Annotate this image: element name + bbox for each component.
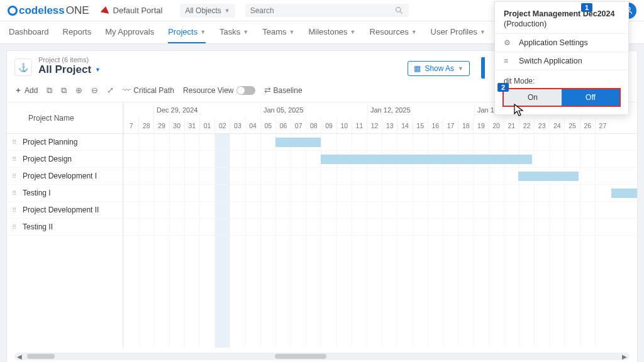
all-objects-dropdown[interactable]: All Objects ▼ — [180, 4, 235, 18]
resource-view-toggle[interactable]: Resource View — [183, 86, 255, 95]
project-row[interactable]: ⠿Testing II — [7, 219, 123, 236]
gantt-bar[interactable] — [611, 189, 637, 198]
list-icon: ≡ — [504, 57, 513, 65]
zoom-out-icon[interactable]: ⊖ — [91, 85, 98, 95]
horizontal-scrollbar[interactable]: ◀ ▶ — [14, 353, 630, 360]
day-cell: 28 — [138, 118, 153, 133]
day-cell: 09 — [321, 118, 336, 133]
tab-dashboard[interactable]: Dashboard — [9, 21, 49, 43]
day-cell: 25 — [564, 118, 579, 133]
all-objects-label: All Objects — [185, 6, 221, 15]
drag-handle-icon[interactable]: ⠿ — [12, 224, 15, 231]
tab-teams[interactable]: Teams▼ — [262, 21, 294, 43]
project-row[interactable]: ⠿Testing I — [7, 185, 123, 202]
tab-tasks[interactable]: Tasks▼ — [219, 21, 248, 43]
annotation-badge-2: 2 — [497, 83, 509, 92]
logo-text-a: codeless — [19, 4, 65, 17]
gantt-body: ⠿Project Planning⠿Project Design⠿Project… — [7, 134, 637, 348]
name-column-header: Project Name — [7, 102, 123, 133]
menu-app-settings[interactable]: ⚙ Application Settings — [495, 33, 628, 52]
gantt-row — [123, 168, 637, 185]
portal-switcher[interactable]: Default Portal — [101, 6, 163, 15]
scroll-thumb[interactable] — [27, 354, 55, 359]
day-cell: 15 — [413, 118, 428, 133]
layout-icon: ▦ — [414, 64, 421, 73]
tab-milestones[interactable]: Milestones▼ — [308, 21, 355, 43]
gantt-row — [123, 151, 637, 168]
menu-subtitle: (Production) — [495, 19, 628, 33]
drag-handle-icon[interactable]: ⠿ — [12, 190, 15, 197]
drag-handle-icon[interactable]: ⠿ — [12, 139, 15, 146]
days-row: 7282930310102030405060708091011121314151… — [123, 118, 637, 133]
edit-mode-off[interactable]: Off — [562, 89, 619, 106]
week-cell — [123, 102, 153, 118]
sliders-icon: ⚙ — [504, 38, 513, 47]
expand-icon[interactable]: ⤢ — [107, 85, 114, 95]
week-cell: Jan 12, 2025 — [367, 102, 474, 118]
gantt-bar[interactable] — [275, 138, 321, 147]
project-name: Project Design — [23, 155, 72, 163]
menu-switch-application[interactable]: ≡ Switch Application — [495, 52, 628, 70]
day-cell: 22 — [519, 118, 534, 133]
gantt-row — [123, 134, 637, 151]
chevron-down-icon: ▼ — [95, 67, 101, 73]
menu-title: Project Management Dec2024 — [495, 8, 628, 19]
search-icon — [394, 6, 404, 15]
edit-mode-on[interactable]: On — [504, 89, 562, 106]
add-button[interactable]: ＋Add — [14, 85, 38, 96]
svg-point-0 — [396, 8, 401, 13]
drag-handle-icon[interactable]: ⠿ — [12, 173, 15, 180]
day-cell: 07 — [291, 118, 306, 133]
search-input[interactable] — [250, 6, 394, 15]
day-cell: 18 — [458, 118, 473, 133]
baseline-button[interactable]: ⇄Baseline — [264, 85, 303, 95]
project-name: Testing II — [23, 222, 53, 231]
scroll-left-icon[interactable]: ◀ — [17, 353, 22, 360]
record-count: Project (6 items) — [38, 56, 101, 63]
day-cell: 11 — [352, 118, 367, 133]
name-list: ⠿Project Planning⠿Project Design⠿Project… — [7, 134, 123, 348]
project-row[interactable]: ⠿Project Development I — [7, 168, 123, 185]
tab-my-approvals[interactable]: My Approvals — [105, 21, 154, 43]
right-panel-tab[interactable] — [481, 57, 485, 79]
day-cell: 19 — [473, 118, 488, 133]
day-cell: 14 — [397, 118, 412, 133]
scroll-right-icon[interactable]: ▶ — [622, 353, 627, 360]
chevron-down-icon: ▼ — [480, 29, 486, 35]
page-title[interactable]: All Project▼ — [38, 63, 101, 76]
day-cell: 27 — [595, 118, 610, 133]
edit-mode-toggle: 2 On Off — [502, 88, 621, 107]
project-row[interactable]: ⠿Project Planning — [7, 134, 123, 151]
copy-icon[interactable]: ⧉ — [47, 85, 52, 96]
day-cell: 08 — [306, 118, 321, 133]
day-cell: 06 — [275, 118, 291, 133]
drag-handle-icon[interactable]: ⠿ — [12, 156, 15, 163]
anchor-icon[interactable]: ⚓ — [14, 58, 32, 76]
day-cell: 26 — [580, 118, 595, 133]
drag-handle-icon[interactable]: ⠿ — [12, 207, 15, 214]
critical-path-button[interactable]: 〰Critical Path — [123, 85, 174, 95]
gantt-bar[interactable] — [518, 172, 579, 181]
scroll-thumb[interactable] — [275, 354, 326, 359]
tab-reports[interactable]: Reports — [63, 21, 92, 43]
chart-area — [123, 134, 637, 348]
tab-user-profiles[interactable]: User Profiles▼ — [431, 21, 486, 43]
copy-icon-2[interactable]: ⧉ — [61, 85, 67, 96]
show-as-button[interactable]: ▦ Show As ▼ — [408, 61, 470, 76]
search-box[interactable] — [245, 4, 409, 17]
gantt-bar[interactable] — [321, 155, 532, 164]
logo[interactable]: codelessONE — [8, 4, 89, 17]
day-cell: 04 — [245, 118, 260, 133]
tab-projects[interactable]: Projects▼ — [168, 21, 206, 43]
toggle-pill — [236, 86, 255, 95]
tab-resources[interactable]: Resources▼ — [370, 21, 417, 43]
project-row[interactable]: ⠿Project Design — [7, 151, 123, 168]
day-cell: 05 — [260, 118, 275, 133]
chevron-down-icon: ▼ — [458, 65, 464, 72]
day-cell: 23 — [534, 118, 549, 133]
day-cell: 7 — [123, 118, 138, 133]
project-name: Project Planning — [23, 138, 77, 146]
zoom-in-icon[interactable]: ⊕ — [75, 85, 82, 95]
day-cell: 31 — [184, 118, 199, 133]
project-row[interactable]: ⠿Project Development II — [7, 202, 123, 219]
